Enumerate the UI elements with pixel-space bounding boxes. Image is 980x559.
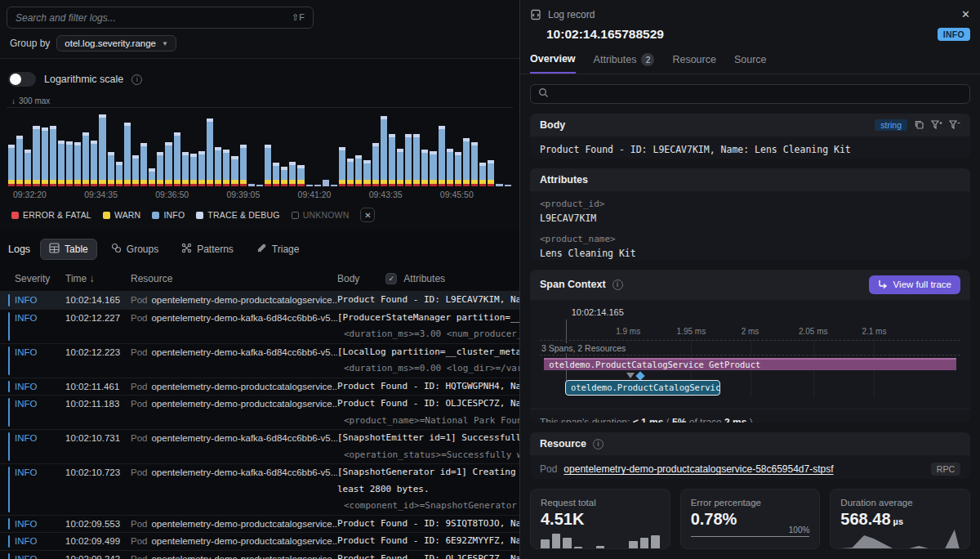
legend-item[interactable]: WARN [103,210,141,220]
table-row[interactable]: INFO10:02:09.242Podopentelemetry-demo-pr… [0,551,519,559]
histogram-bar[interactable] [165,142,172,186]
parent-span-bar[interactable]: oteldemo.ProductCatalogService GetProduc… [544,358,956,370]
histogram-bar[interactable] [355,155,362,186]
histogram-bar[interactable] [190,154,197,186]
table-row[interactable]: INFO10:02:11.461Podopentelemetry-demo-pr… [0,378,519,396]
histogram-bar[interactable] [198,151,205,186]
histogram-bar[interactable] [505,185,511,186]
col-severity[interactable]: Severity [15,273,65,284]
histogram-bar[interactable] [439,126,445,186]
histogram-bar[interactable] [389,134,395,186]
legend-dismiss-button[interactable]: ✕ [360,208,375,222]
histogram-bar[interactable] [405,134,412,186]
histogram-bar[interactable] [471,142,478,186]
histogram-bar[interactable] [339,147,345,186]
histogram-bar[interactable] [207,119,213,186]
histogram-bar[interactable] [331,185,337,186]
histogram-bar[interactable] [455,152,461,186]
histogram-bar[interactable] [223,150,229,186]
group-by-select[interactable]: otel.log.severity.range ▼ [56,35,176,51]
histogram-bar[interactable] [91,141,97,186]
table-row[interactable]: INFO10:02:12.227Podopentelemetry-demo-ka… [0,310,519,344]
tab-triage[interactable]: Triage [247,239,309,260]
histogram-bar[interactable] [256,185,263,186]
histogram-bar[interactable] [447,149,453,186]
histogram-bar[interactable] [66,141,73,186]
histogram-bar[interactable] [149,168,155,186]
view-full-trace-button[interactable]: View full trace [869,275,960,294]
histogram-bar[interactable] [306,185,313,186]
table-row[interactable]: INFO10:02:14.165Podopentelemetry-demo-pr… [0,292,519,310]
histogram-bar[interactable] [363,160,370,186]
legend-item[interactable]: ERROR & FATAL [11,210,91,220]
histogram-bar[interactable] [297,165,304,186]
histogram-bar[interactable] [74,142,81,186]
logarithmic-scale-toggle[interactable] [8,72,36,87]
histogram-bar[interactable] [16,136,23,186]
attribute-item[interactable]: <product_id>L9ECAV7KIM [540,199,960,224]
table-row[interactable]: INFO10:02:11.183Podopentelemetry-demo-pr… [0,396,519,430]
detail-tab-overview[interactable]: Overview [530,53,576,74]
histogram-bar[interactable] [372,143,379,186]
info-icon[interactable]: i [593,439,604,449]
detail-search-input[interactable] [530,84,970,104]
table-row[interactable]: INFO10:02:10.723Podopentelemetry-demo-ka… [0,464,519,516]
histogram-bar[interactable] [50,126,56,186]
table-row[interactable]: INFO10:02:09.553Podopentelemetry-demo-pr… [0,516,519,534]
attribute-item[interactable]: <product_name>Lens Cleaning Kit [540,234,960,259]
detail-tab-attributes[interactable]: Attributes2 [594,53,655,74]
histogram-bar[interactable] [314,185,321,186]
filter-exclude-icon[interactable] [949,119,960,130]
detail-tab-source[interactable]: Source [734,53,767,74]
histogram-bar[interactable] [281,167,287,186]
histogram-bar[interactable] [248,184,255,186]
col-resource[interactable]: Resource [131,273,337,284]
histogram-bar[interactable] [430,151,436,186]
histogram-bar[interactable] [182,152,189,186]
copy-icon[interactable] [914,119,924,130]
histogram-bar[interactable] [463,138,470,186]
histogram-bar[interactable] [496,184,502,186]
col-time[interactable]: Time ↓ [65,273,131,284]
resource-link[interactable]: opentelemetry-demo-productcatalogservice… [564,463,833,475]
table-row[interactable]: INFO10:02:12.223Podopentelemetry-demo-ka… [0,344,519,378]
histogram-bar[interactable] [421,150,428,186]
span-mini-timeline[interactable]: 10:02:14.165 1.9 ms1.95 ms2 ms2.05 ms2.1… [540,307,960,404]
log-volume-histogram[interactable] [7,108,513,186]
tab-patterns[interactable]: Patterns [172,239,243,260]
table-row[interactable]: INFO10:02:10.731Podopentelemetry-demo-ka… [0,430,519,464]
histogram-bar[interactable] [99,114,105,186]
histogram-bar[interactable] [157,152,163,186]
histogram-bar[interactable] [397,149,403,186]
histogram-bar[interactable] [215,147,221,186]
tab-groups[interactable]: Groups [102,239,167,260]
histogram-bar[interactable] [8,145,15,186]
histogram-bar[interactable] [240,145,247,186]
selected-span-bar[interactable]: oteldemo.ProductCatalogService GetProduc… [565,380,721,396]
histogram-bar[interactable] [174,132,180,186]
histogram-bar[interactable] [323,180,329,186]
histogram-bar[interactable] [488,160,494,186]
legend-item[interactable]: UNKNOWN [292,210,350,220]
attributes-checkbox[interactable]: ✓ [385,273,397,284]
histogram-bar[interactable] [347,159,354,186]
legend-item[interactable]: INFO [152,210,185,220]
histogram-bar[interactable] [33,126,39,186]
histogram-bar[interactable] [116,162,122,186]
tab-table[interactable]: Table [40,239,97,260]
logs-search-input[interactable]: Search and filter logs... ⇧F [7,7,314,29]
histogram-bar[interactable] [413,134,420,186]
legend-item[interactable]: TRACE & DEBUG [196,210,279,220]
histogram-bar[interactable] [273,163,279,186]
histogram-bar[interactable] [132,155,139,186]
table-row[interactable]: INFO10:02:09.499Podopentelemetry-demo-pr… [0,533,519,551]
histogram-bar[interactable] [108,152,114,186]
info-icon[interactable]: i [131,74,142,85]
histogram-bar[interactable] [24,150,31,186]
histogram-bar[interactable] [124,123,131,186]
histogram-bar[interactable] [479,163,486,186]
filter-include-icon[interactable] [931,119,942,130]
histogram-bar[interactable] [140,143,147,186]
histogram-bar[interactable] [58,141,65,186]
close-icon[interactable]: ✕ [961,8,970,20]
